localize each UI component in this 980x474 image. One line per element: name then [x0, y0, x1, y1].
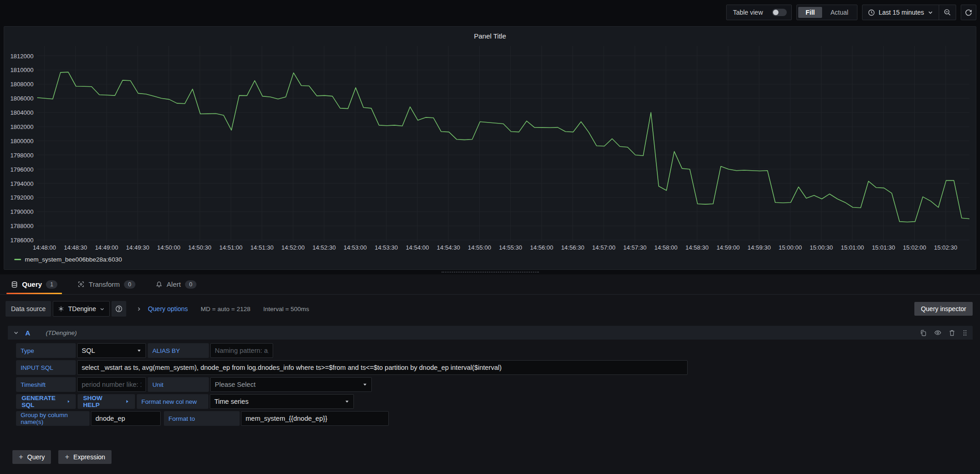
trash-icon: [949, 329, 955, 336]
tab-alert[interactable]: Alert 0: [154, 274, 198, 294]
x-tick-label: 14:56:00: [530, 244, 554, 251]
panel: Panel Title 1812000181000018080001806000…: [4, 26, 976, 270]
x-tick-label: 14:50:00: [157, 244, 180, 251]
x-tick-label: 15:02:00: [903, 244, 926, 251]
show-help-label: SHOW HELP: [83, 395, 120, 408]
y-tick-label: 1794000: [10, 180, 34, 187]
x-tick-label: 14:54:30: [437, 244, 460, 251]
time-picker: Last 15 minutes: [862, 5, 956, 20]
row-generate: GENERATE SQL SHOW HELP Format new col ne…: [16, 394, 973, 409]
row-input-sql: INPUT SQL: [16, 360, 973, 375]
drag-handle[interactable]: [963, 329, 967, 336]
unit-select[interactable]: Please Select: [210, 377, 372, 392]
editor-tabbar: Query 1 Transform 0 Alert 0: [0, 274, 980, 295]
hide-query-button[interactable]: [934, 329, 941, 336]
x-tick-label: 14:57:30: [623, 244, 647, 251]
x-tick-label: 14:54:00: [406, 244, 429, 251]
row-type: Type SQL ALIAS BY: [16, 343, 973, 358]
eye-icon: [934, 329, 941, 336]
time-range-label: Last 15 minutes: [879, 9, 924, 16]
alias-by-label: ALIAS BY: [148, 343, 209, 358]
row-group-by: Group by column name(s) Format to: [16, 411, 973, 426]
query-fields: Type SQL ALIAS BY INPUT SQL Timeshift Un…: [8, 340, 973, 434]
y-tick-label: 1808000: [10, 81, 34, 88]
alias-by-input[interactable]: [210, 343, 273, 358]
refresh-button[interactable]: [961, 5, 976, 20]
panel-resize-handle[interactable]: [442, 272, 539, 273]
format-to-input[interactable]: [241, 411, 389, 426]
group-by-input[interactable]: [91, 411, 161, 426]
input-sql-label: INPUT SQL: [16, 360, 76, 375]
type-select[interactable]: SQL: [77, 343, 146, 358]
add-expression-button[interactable]: + Expression: [58, 450, 112, 464]
y-tick-label: 1804000: [10, 109, 34, 116]
fill-actual-segmented: Fill Actual: [796, 5, 857, 20]
query-inspector-button[interactable]: Query inspector: [914, 302, 973, 316]
datasource-help-button[interactable]: [112, 301, 126, 317]
duplicate-query-button[interactable]: [920, 329, 927, 336]
table-view-label: Table view: [733, 9, 763, 16]
chevron-down-icon: [928, 10, 933, 15]
panel-title[interactable]: Panel Title: [4, 27, 976, 40]
input-sql-field[interactable]: [77, 360, 688, 375]
chevron-right-icon: [67, 399, 70, 404]
type-label: Type: [16, 343, 76, 358]
legend-item[interactable]: mem_system_bee006bbe28a:6030: [14, 256, 122, 263]
table-view-control: Table view: [726, 5, 792, 20]
x-tick-label: 15:02:30: [934, 244, 958, 251]
query-datasource-hint: (TDengine): [46, 329, 77, 336]
y-tick-label: 1800000: [10, 137, 34, 144]
bell-icon: [156, 281, 162, 288]
actual-button[interactable]: Actual: [823, 7, 856, 18]
generate-sql-button[interactable]: GENERATE SQL: [16, 394, 76, 409]
query-options-link[interactable]: Query options: [148, 305, 188, 312]
query-ref-id[interactable]: A: [25, 329, 30, 337]
x-tick-label: 15:00:30: [810, 244, 833, 251]
y-tick-label: 1792000: [10, 194, 34, 201]
tab-query[interactable]: Query 1: [9, 274, 59, 294]
timeshift-input[interactable]: [77, 377, 146, 392]
zoom-out-icon: [944, 9, 951, 16]
x-tick-label: 14:53:00: [343, 244, 367, 251]
chevron-right-icon: [125, 399, 129, 404]
y-tick-label: 1790000: [10, 208, 34, 215]
x-tick-label: 14:52:30: [313, 244, 336, 251]
tab-query-label: Query: [22, 280, 42, 288]
tab-alert-label: Alert: [167, 280, 181, 288]
collapse-chevron-icon[interactable]: [13, 330, 19, 335]
tab-query-badge: 1: [46, 280, 57, 289]
series-name: mem_system_bee006bbe28a:6030: [25, 256, 122, 263]
show-help-button[interactable]: SHOW HELP: [78, 394, 135, 409]
y-tick-label: 1812000: [10, 52, 34, 59]
unit-label: Unit: [148, 377, 209, 392]
x-tick-label: 15:00:00: [778, 244, 802, 251]
format-select[interactable]: Time series: [210, 394, 354, 409]
x-tick-label: 14:50:30: [188, 244, 212, 251]
y-tick-label: 1788000: [10, 223, 34, 229]
time-range-button[interactable]: Last 15 minutes: [862, 5, 939, 20]
query-row-header[interactable]: A (TDengine): [8, 326, 973, 340]
plot-area[interactable]: [37, 46, 969, 242]
x-axis: 14:48:0014:48:3014:49:0014:49:3014:50:00…: [37, 244, 969, 253]
add-query-button[interactable]: + Query: [12, 450, 51, 464]
format-to-label: Format to: [164, 411, 240, 426]
add-expression-label: Expression: [73, 453, 105, 461]
copy-icon: [920, 329, 927, 336]
x-tick-label: 14:59:30: [748, 244, 771, 251]
zoom-out-button[interactable]: [939, 5, 956, 20]
chart-canvas: [37, 46, 969, 242]
x-tick-label: 15:01:00: [841, 244, 864, 251]
remove-query-button[interactable]: [949, 329, 955, 336]
fill-button[interactable]: Fill: [798, 7, 822, 18]
tab-transform[interactable]: Transform 0: [76, 274, 137, 294]
tab-alert-badge: 0: [185, 280, 196, 289]
datasource-picker[interactable]: TDengine: [53, 301, 110, 317]
refresh-icon: [965, 9, 972, 16]
query-options-expand[interactable]: [136, 307, 141, 312]
table-view-toggle[interactable]: [772, 9, 787, 16]
clock-icon: [868, 9, 875, 16]
generate-sql-label: GENERATE SQL: [22, 395, 62, 408]
group-by-label: Group by column name(s): [16, 411, 90, 426]
y-tick-label: 1802000: [10, 123, 34, 130]
time-series-chart: 1812000181000018080001806000180400018020…: [9, 46, 970, 242]
